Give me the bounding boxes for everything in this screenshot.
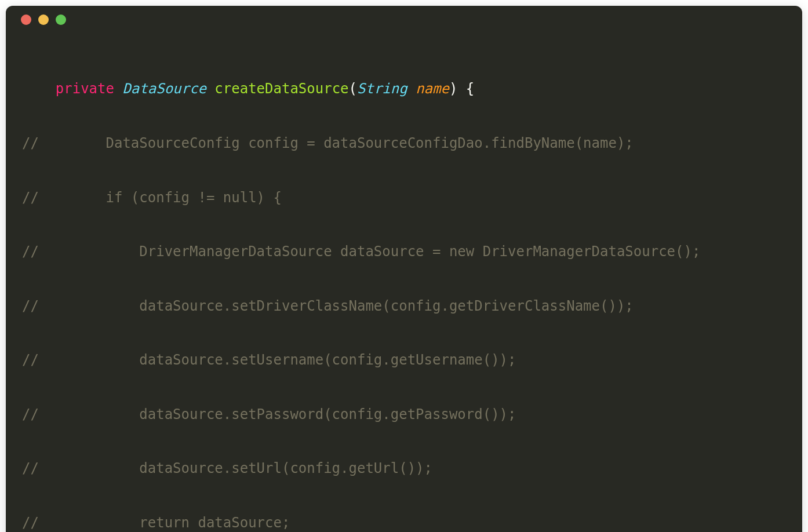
space	[407, 81, 416, 97]
editor-window: private DataSource createDataSource(Stri…	[6, 6, 802, 532]
comment-line: // DataSourceConfig config = dataSourceC…	[22, 134, 786, 152]
window-titlebar	[6, 6, 802, 34]
code-line: private DataSource createDataSource(Stri…	[22, 80, 786, 98]
paren-open: (	[349, 81, 357, 97]
indent	[22, 81, 56, 97]
comment-line: // dataSource.setUrl(config.getUrl());	[22, 460, 786, 478]
code-editor[interactable]: private DataSource createDataSource(Stri…	[6, 34, 802, 532]
space	[457, 81, 465, 97]
space	[114, 81, 122, 97]
comment-line: // return dataSource;	[22, 514, 786, 532]
paren-close: )	[449, 81, 457, 97]
function-name: createDataSource	[214, 81, 348, 97]
comment-line: // DriverManagerDataSource dataSource = …	[22, 243, 786, 261]
keyword-private: private	[56, 81, 114, 97]
window-close-button[interactable]	[21, 14, 31, 25]
comment-line: // dataSource.setPassword(config.getPass…	[22, 406, 786, 424]
brace-open: {	[466, 81, 474, 97]
type-datasource: DataSource	[122, 81, 206, 97]
comment-line: // if (config != null) {	[22, 189, 786, 207]
param-name: name	[416, 81, 449, 97]
type-string: String	[357, 81, 407, 97]
window-minimize-button[interactable]	[38, 14, 49, 25]
comment-line: // dataSource.setUsername(config.getUser…	[22, 351, 786, 369]
space	[206, 81, 214, 97]
comment-line: // dataSource.setDriverClassName(config.…	[22, 297, 786, 315]
window-zoom-button[interactable]	[56, 14, 66, 25]
